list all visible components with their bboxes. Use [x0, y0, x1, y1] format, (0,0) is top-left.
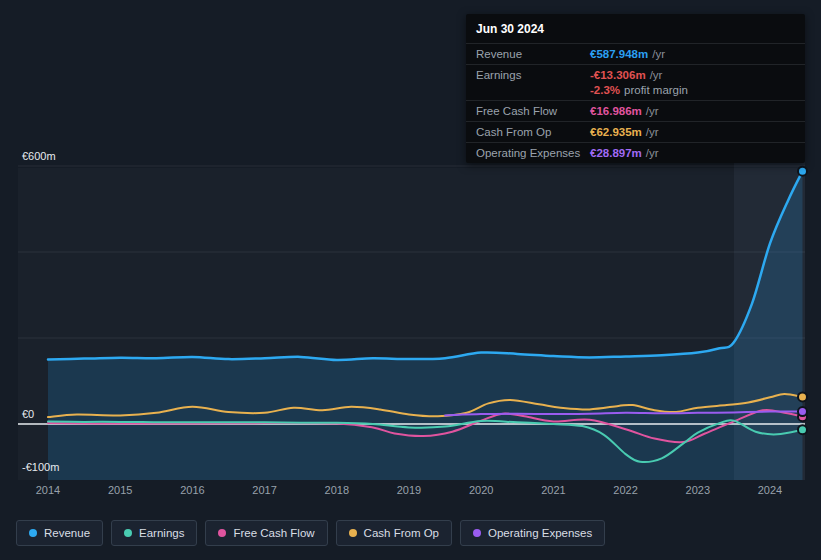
end-marker-cfo: [798, 392, 807, 401]
legend-dot-opex: [473, 529, 481, 537]
legend-dot-cfo: [349, 529, 357, 537]
y-axis-label-0: €0: [22, 408, 34, 420]
end-marker-opex: [798, 407, 807, 416]
legend-label: Earnings: [139, 527, 184, 539]
legend-dot-fcf: [218, 529, 226, 537]
x-tick-2016: 2016: [180, 484, 204, 496]
x-tick-2014: 2014: [36, 484, 60, 496]
tooltip-profit-margin: -2.3%profit margin: [590, 83, 795, 98]
tooltip-row-fcf: Free Cash Flow€16.986m/yr: [466, 100, 805, 121]
x-tick-2023: 2023: [686, 484, 710, 496]
tooltip-label: Operating Expenses: [476, 146, 590, 161]
end-marker-earnings: [798, 425, 807, 434]
legend-item-fcf[interactable]: Free Cash Flow: [205, 520, 327, 546]
x-tick-2021: 2021: [541, 484, 565, 496]
tooltip-row-cfo: Cash From Op€62.935m/yr: [466, 121, 805, 142]
chart-legend: RevenueEarningsFree Cash FlowCash From O…: [16, 520, 605, 546]
legend-dot-revenue: [29, 529, 37, 537]
legend-item-revenue[interactable]: Revenue: [16, 520, 103, 546]
tooltip-rows: Revenue€587.948m/yrEarnings-€13.306m/yr-…: [466, 43, 805, 163]
legend-label: Cash From Op: [364, 527, 439, 539]
legend-item-opex[interactable]: Operating Expenses: [460, 520, 605, 546]
tooltip-row-revenue: Revenue€587.948m/yr: [466, 43, 805, 64]
tooltip-label: Earnings: [476, 68, 590, 83]
tooltip-value: €16.986m/yr: [590, 104, 795, 119]
legend-dot-earnings: [124, 529, 132, 537]
tooltip-card: Jun 30 2024 Revenue€587.948m/yrEarnings-…: [466, 14, 805, 163]
legend-label: Free Cash Flow: [233, 527, 314, 539]
legend-item-cfo[interactable]: Cash From Op: [336, 520, 452, 546]
tooltip-value: €28.897m/yr: [590, 146, 795, 161]
legend-label: Operating Expenses: [488, 527, 592, 539]
legend-item-earnings[interactable]: Earnings: [111, 520, 197, 546]
x-tick-2022: 2022: [613, 484, 637, 496]
financials-chart-panel: €600m€0-€100m201420152016201720182019202…: [0, 0, 821, 560]
tooltip-date: Jun 30 2024: [466, 14, 805, 43]
tooltip-value: €587.948m/yr: [590, 47, 795, 62]
x-tick-2018: 2018: [325, 484, 349, 496]
x-tick-2020: 2020: [469, 484, 493, 496]
tooltip-value: -€13.306m/yr-2.3%profit margin: [590, 68, 795, 98]
y-axis-label--100: -€100m: [22, 461, 59, 473]
tooltip-label: Cash From Op: [476, 125, 590, 140]
tooltip-row-opex: Operating Expenses€28.897m/yr: [466, 142, 805, 163]
x-tick-2019: 2019: [397, 484, 421, 496]
tooltip-label: Free Cash Flow: [476, 104, 590, 119]
end-marker-revenue: [798, 167, 807, 176]
x-tick-2015: 2015: [108, 484, 132, 496]
x-tick-2017: 2017: [252, 484, 276, 496]
tooltip-label: Revenue: [476, 47, 590, 62]
y-axis-label-600: €600m: [22, 150, 56, 162]
tooltip-value: €62.935m/yr: [590, 125, 795, 140]
legend-label: Revenue: [44, 527, 90, 539]
tooltip-row-earnings: Earnings-€13.306m/yr-2.3%profit margin: [466, 64, 805, 100]
x-tick-2024: 2024: [758, 484, 782, 496]
